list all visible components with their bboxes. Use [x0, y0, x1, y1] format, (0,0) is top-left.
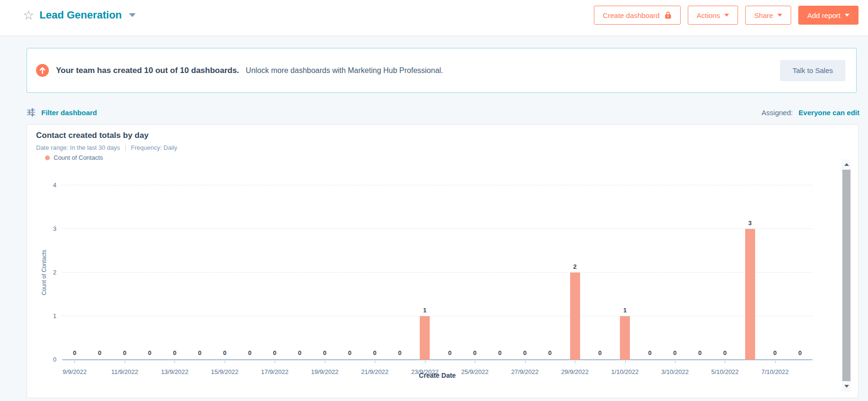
talk-to-sales-button[interactable]: Talk to Sales [780, 60, 845, 81]
bar-value-label: 0 [540, 349, 559, 356]
bar-6/10/2022[interactable] [745, 229, 755, 360]
header-actions: Create dashboard Actions Share Add repor… [594, 6, 859, 25]
favorite-star-icon[interactable]: ☆ [23, 9, 34, 22]
x-axis-tick [675, 361, 675, 363]
dashboard-limit-banner: Your team has created 10 out of 10 dashb… [27, 48, 857, 93]
gridline-3 [62, 228, 813, 229]
x-axis-line [62, 359, 813, 360]
bar-23/9/2022[interactable] [420, 316, 430, 360]
bar-value-label: 0 [791, 349, 810, 356]
caret-down-icon [845, 14, 850, 17]
gridline-2 [62, 272, 813, 273]
x-axis-tick [725, 361, 725, 363]
y-tick-label: 0 [27, 356, 56, 363]
filter-bar: Filter dashboard Assigned: Everyone can … [27, 105, 859, 120]
x-axis-tick [275, 361, 275, 363]
share-button[interactable]: Share [745, 6, 791, 25]
caret-down-icon [724, 14, 729, 17]
bar-29/9/2022[interactable] [570, 273, 580, 360]
assigned-group: Assigned: Everyone can edit [762, 109, 859, 117]
bar-value-label: 0 [365, 349, 384, 356]
title-dropdown-caret-icon[interactable] [129, 13, 136, 17]
scrollbar-up-button[interactable] [842, 159, 851, 170]
x-axis-tick [74, 361, 75, 363]
bar-value-label: 0 [240, 349, 259, 356]
bar-value-label: 0 [65, 349, 84, 356]
bar-value-label: 0 [315, 349, 334, 356]
report-card: Contact created totals by day Date range… [27, 124, 859, 398]
bar-value-label: 0 [90, 349, 109, 356]
x-axis-tick [625, 361, 626, 363]
x-axis-title: Create Date [62, 372, 813, 379]
bar-value-label: 0 [440, 349, 459, 356]
scrollbar-up-icon [844, 163, 849, 166]
bar-1/10/2022[interactable] [620, 316, 630, 360]
bar-value-label: 0 [766, 349, 785, 356]
x-axis-tick [175, 361, 175, 363]
add-report-label: Add report [807, 11, 840, 19]
bar-value-label: 3 [740, 219, 759, 227]
y-tick-label: 1 [27, 312, 56, 319]
top-bar: ☆ Lead Generation Create dashboard Actio… [0, 0, 868, 36]
dashboard-title-group: ☆ Lead Generation [23, 5, 136, 26]
bar-value-label: 0 [215, 349, 234, 356]
bar-value-label: 0 [390, 349, 409, 356]
bar-value-label: 0 [340, 349, 359, 356]
assigned-label: Assigned: [762, 109, 793, 117]
bar-value-label: 0 [290, 349, 309, 356]
filter-sliders-icon [27, 108, 36, 117]
assigned-value-link[interactable]: Everyone can edit [799, 109, 859, 117]
x-axis-tick [525, 361, 526, 363]
y-tick-label: 3 [27, 225, 56, 232]
bar-value-label: 0 [165, 349, 184, 356]
filter-dashboard-link[interactable]: Filter dashboard [27, 108, 97, 117]
create-dashboard-label: Create dashboard [603, 11, 660, 19]
chart-scrollbar[interactable] [842, 159, 851, 392]
upgrade-arrow-icon [36, 64, 49, 77]
x-axis-tick [125, 361, 125, 363]
bar-value-label: 0 [190, 349, 209, 356]
y-tick-label: 2 [27, 269, 56, 276]
actions-label: Actions [697, 11, 720, 19]
bar-value-label: 0 [115, 349, 134, 356]
bar-value-label: 0 [665, 349, 684, 356]
bar-value-label: 0 [640, 349, 659, 356]
bar-value-label: 2 [565, 263, 584, 270]
x-axis-tick [775, 361, 776, 363]
filter-dashboard-label: Filter dashboard [41, 109, 97, 117]
share-label: Share [754, 11, 773, 19]
x-axis-tick [575, 361, 575, 363]
x-axis-tick [475, 361, 475, 363]
actions-button[interactable]: Actions [688, 6, 738, 25]
bar-value-label: 0 [265, 349, 284, 356]
x-axis-tick [425, 361, 425, 363]
gridline-1 [62, 316, 813, 316]
banner-text: Unlock more dashboards with Marketing Hu… [246, 66, 443, 75]
scrollbar-down-button[interactable] [842, 381, 851, 392]
plot-area: 09/9/20220011/9/20220013/9/20220015/9/20… [62, 125, 813, 360]
bar-value-label: 1 [416, 307, 434, 314]
scrollbar-down-icon [844, 385, 849, 388]
caret-down-icon [777, 14, 782, 17]
add-report-button[interactable]: Add report [798, 6, 859, 25]
x-axis-tick [325, 361, 325, 363]
bar-value-label: 0 [516, 349, 535, 356]
x-axis-tick [225, 361, 225, 363]
bar-value-label: 0 [490, 349, 509, 356]
bar-value-label: 0 [715, 349, 734, 356]
legend-dot-icon [45, 155, 50, 160]
gridline-4 [62, 185, 813, 185]
bar-value-label: 0 [465, 349, 484, 356]
lock-icon [665, 11, 672, 19]
bar-value-label: 0 [140, 349, 159, 356]
bar-value-label: 1 [616, 307, 635, 314]
dashboard-title[interactable]: Lead Generation [39, 9, 122, 21]
bar-value-label: 0 [591, 349, 609, 356]
banner-bold-text: Your team has created 10 out of 10 dashb… [56, 66, 239, 75]
x-axis-tick [375, 361, 375, 363]
bar-value-label: 0 [691, 349, 710, 356]
scrollbar-thumb[interactable] [842, 170, 850, 381]
create-dashboard-button[interactable]: Create dashboard [594, 6, 681, 25]
y-tick-label: 4 [27, 182, 56, 189]
